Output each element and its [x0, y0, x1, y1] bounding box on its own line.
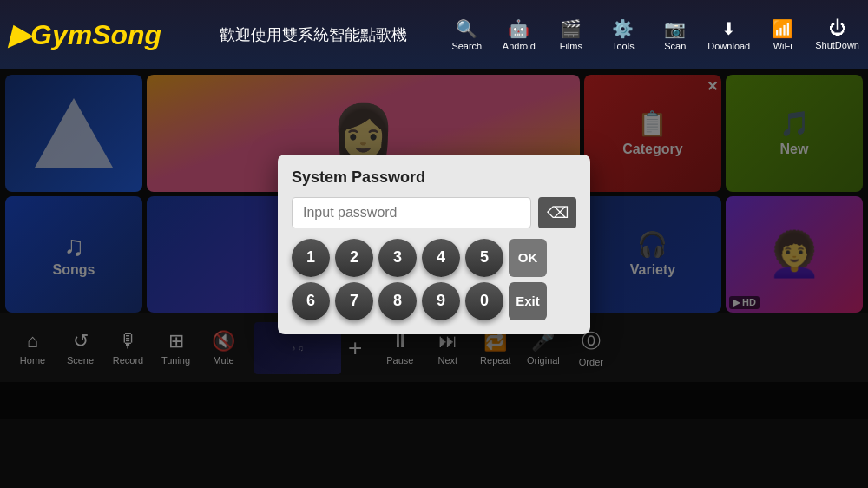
exit-button[interactable]: Exit	[509, 282, 547, 320]
numpad-grid: 1 2 3 4 5 OK 6 7 8 9 0 Exit	[292, 239, 576, 320]
num-3-button[interactable]: 3	[378, 239, 417, 277]
android-label: Android	[503, 41, 536, 51]
modal-title: System Password	[292, 168, 576, 187]
shutdown-label: ShutDown	[815, 40, 859, 50]
shutdown-nav-button[interactable]: ⏻ ShutDown	[815, 18, 859, 50]
modal-overlay: System Password ⌫ 1 2 3 4 5 OK 6 7 8	[0, 69, 868, 419]
password-input[interactable]	[292, 197, 531, 228]
scan-icon: 📷	[664, 18, 686, 39]
numpad-row-1: 1 2 3 4 5 OK	[292, 239, 576, 277]
num-0-button[interactable]: 0	[465, 282, 503, 320]
films-nav-button[interactable]: 🎬 Films	[551, 18, 590, 51]
exit-label: Exit	[516, 293, 540, 308]
num-8-button[interactable]: 8	[378, 282, 417, 320]
num-6-button[interactable]: 6	[292, 282, 330, 320]
num-1-button[interactable]: 1	[292, 239, 330, 277]
search-icon: 🔍	[456, 18, 477, 39]
ok-button[interactable]: OK	[509, 239, 547, 277]
num-9-button[interactable]: 9	[422, 282, 460, 320]
films-icon: 🎬	[560, 18, 582, 39]
logo-text: GymSong	[30, 19, 161, 50]
scan-nav-button[interactable]: 📷 Scan	[655, 18, 694, 51]
header-subtitle: 歡迎使用雙系統智能點歌機	[179, 24, 447, 45]
logo-icon: ▶	[9, 19, 30, 50]
wifi-nav-button[interactable]: 📶 WiFi	[763, 18, 802, 51]
password-input-row: ⌫	[292, 197, 576, 228]
header-icons: 🔍 Search 🤖 Android 🎬 Films ⚙️ Tools 📷 Sc…	[447, 18, 859, 51]
system-password-modal: System Password ⌫ 1 2 3 4 5 OK 6 7 8	[278, 155, 590, 334]
wifi-icon: 📶	[772, 18, 793, 39]
tools-nav-button[interactable]: ⚙️ Tools	[603, 18, 642, 51]
backspace-button[interactable]: ⌫	[538, 197, 576, 228]
num-5-button[interactable]: 5	[465, 239, 503, 277]
num-4-button[interactable]: 4	[422, 239, 460, 277]
wifi-label: WiFi	[773, 41, 792, 51]
app-header: ▶GymSong 歡迎使用雙系統智能點歌機 🔍 Search 🤖 Android…	[0, 0, 868, 69]
download-label: Download	[707, 41, 750, 51]
shutdown-icon: ⏻	[829, 18, 846, 38]
scan-label: Scan	[664, 41, 686, 51]
numpad-row-2: 6 7 8 9 0 Exit	[292, 282, 576, 320]
android-nav-button[interactable]: 🤖 Android	[499, 18, 538, 51]
android-icon: 🤖	[508, 18, 529, 39]
app-logo: ▶GymSong	[9, 18, 161, 51]
backspace-icon: ⌫	[547, 203, 569, 222]
search-nav-button[interactable]: 🔍 Search	[447, 18, 486, 51]
search-label: Search	[451, 41, 482, 51]
num-2-button[interactable]: 2	[335, 239, 373, 277]
num-7-button[interactable]: 7	[335, 282, 373, 320]
ok-label: OK	[518, 250, 538, 265]
download-nav-button[interactable]: ⬇ Download	[707, 18, 750, 51]
tools-label: Tools	[612, 41, 635, 51]
download-icon: ⬇	[721, 18, 736, 39]
films-label: Films	[560, 41, 582, 51]
tools-icon: ⚙️	[612, 18, 634, 39]
